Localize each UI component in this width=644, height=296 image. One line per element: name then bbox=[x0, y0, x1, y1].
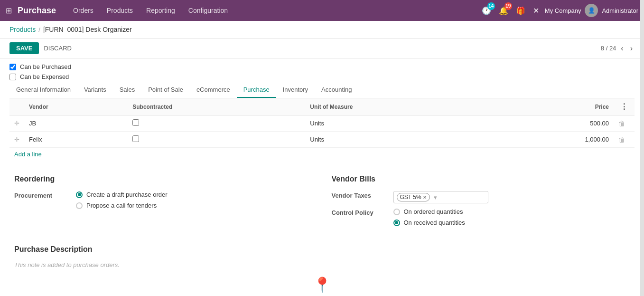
gst-tag-label: GST 5% bbox=[400, 194, 421, 201]
app-title: Purchase bbox=[18, 6, 56, 16]
tab-purchase[interactable]: Purchase bbox=[237, 82, 276, 98]
grid-icon[interactable]: ⊞ bbox=[6, 6, 12, 15]
control-policy-options: On ordered quantities On received quanti… bbox=[393, 208, 465, 226]
col-price: Price bbox=[493, 98, 614, 115]
activity-badge: 14 bbox=[487, 2, 495, 10]
discard-button[interactable]: DISCARD bbox=[39, 42, 76, 54]
tab-general-information[interactable]: General Information bbox=[9, 82, 77, 98]
create-draft-radio[interactable] bbox=[76, 191, 83, 198]
delete-btn-1[interactable]: 🗑 bbox=[618, 120, 625, 127]
call-tenders-radio[interactable] bbox=[76, 202, 83, 209]
checkbox-row: Can be Purchased Can be Expensed bbox=[9, 58, 635, 82]
vendor-taxes-dropdown[interactable]: ▾ bbox=[434, 194, 437, 201]
table-row: ✛ JB Units 500.00 🗑 bbox=[9, 115, 635, 132]
subcontracted-checkbox-2[interactable] bbox=[132, 135, 139, 142]
prev-button[interactable]: ‹ bbox=[619, 43, 625, 54]
notification-btn[interactable]: 🔔 19 bbox=[497, 4, 510, 17]
subcontracted-2 bbox=[128, 132, 305, 148]
subcontracted-checkbox-1[interactable] bbox=[132, 119, 139, 126]
close-btn[interactable]: ✕ bbox=[531, 4, 541, 17]
top-nav: ⊞ Purchase Orders Products Reporting Con… bbox=[0, 0, 644, 21]
avatar[interactable]: 👤 bbox=[585, 4, 598, 17]
notification-badge: 19 bbox=[504, 2, 512, 10]
received-quantities-label: On received quantities bbox=[404, 219, 465, 226]
col-subcontracted: Subcontracted bbox=[128, 98, 305, 115]
add-line-button[interactable]: Add a line bbox=[9, 148, 47, 161]
reordering-section: Reordering Procurement Create a draft pu… bbox=[14, 175, 313, 231]
purchase-description-input[interactable]: This note is added to purchase orders. bbox=[14, 258, 630, 271]
breadcrumb-parent[interactable]: Products bbox=[9, 26, 36, 33]
gst-tag: GST 5% ✕ bbox=[397, 193, 430, 201]
can-be-expensed-field[interactable]: Can be Expensed bbox=[9, 73, 635, 80]
tab-accounting[interactable]: Accounting bbox=[315, 82, 358, 98]
vendor-bills-title: Vendor Bills bbox=[332, 175, 630, 183]
procurement-options: Create a draft purchase order Propose a … bbox=[76, 191, 168, 209]
vendor-taxes-input[interactable]: GST 5% ✕ ▾ bbox=[393, 191, 488, 203]
purchase-description-title: Purchase Description bbox=[14, 245, 630, 254]
app-wrapper: ⊞ Purchase Orders Products Reporting Con… bbox=[0, 0, 644, 296]
drag-handle-2[interactable]: ✛ bbox=[14, 136, 19, 143]
tab-variants[interactable]: Variants bbox=[77, 82, 113, 98]
create-draft-option[interactable]: Create a draft purchase order bbox=[76, 191, 168, 198]
nav-right: 🕐 14 🔔 19 🎁 ✕ My Company 👤 Administrator bbox=[480, 4, 638, 17]
tab-sales[interactable]: Sales bbox=[113, 82, 142, 98]
vendor-taxes-label: Vendor Taxes bbox=[332, 191, 389, 199]
action-bar: SAVE DISCARD 8 / 24 ‹ › bbox=[0, 38, 644, 58]
price-2: 1,000.00 bbox=[493, 132, 614, 148]
delete-btn-2[interactable]: 🗑 bbox=[618, 136, 625, 143]
activity-btn[interactable]: 🕐 14 bbox=[480, 4, 493, 17]
save-button[interactable]: SAVE bbox=[9, 42, 39, 54]
ordered-quantities-radio[interactable] bbox=[393, 209, 400, 215]
sections-row: Reordering Procurement Create a draft pu… bbox=[9, 175, 635, 231]
breadcrumb-separator: / bbox=[38, 26, 40, 33]
table-row: ✛ Felix Units 1,000.00 🗑 bbox=[9, 132, 635, 148]
drag-handle-1[interactable]: ✛ bbox=[14, 120, 19, 127]
next-button[interactable]: › bbox=[628, 43, 635, 54]
ordered-quantities-option[interactable]: On ordered quantities bbox=[393, 208, 465, 215]
control-policy-label: Control Policy bbox=[332, 208, 389, 216]
can-be-expensed-label: Can be Expensed bbox=[20, 73, 69, 80]
received-quantities-option[interactable]: On received quantities bbox=[393, 219, 465, 226]
ordered-quantities-label: On ordered quantities bbox=[404, 208, 463, 215]
tab-point-of-sale[interactable]: Point of Sale bbox=[141, 82, 190, 98]
table-more-icon[interactable]: ⋮ bbox=[618, 101, 630, 113]
subcontracted-1 bbox=[128, 115, 305, 132]
breadcrumb: Products / [FURN_0001] Desk Organizer bbox=[0, 21, 644, 38]
can-be-purchased-checkbox[interactable] bbox=[9, 64, 16, 70]
can-be-expensed-checkbox[interactable] bbox=[9, 74, 16, 80]
main-content: Can be Purchased Can be Expensed General… bbox=[0, 58, 644, 293]
can-be-purchased-field[interactable]: Can be Purchased bbox=[9, 63, 635, 70]
gift-icon: 🎁 bbox=[516, 7, 525, 15]
uom-2: Units bbox=[305, 132, 493, 148]
col-actions: ⋮ bbox=[614, 98, 635, 115]
nav-products[interactable]: Products bbox=[101, 0, 139, 21]
procurement-label: Procurement bbox=[14, 191, 71, 199]
nav-configuration[interactable]: Configuration bbox=[183, 0, 233, 21]
vendor-1[interactable]: JB bbox=[24, 115, 128, 132]
tab-inventory[interactable]: Inventory bbox=[276, 82, 315, 98]
odoo-pin-icon: 📍 bbox=[313, 277, 332, 293]
nav-orders[interactable]: Orders bbox=[67, 0, 99, 21]
col-vendor: Vendor bbox=[24, 98, 128, 115]
call-tenders-option[interactable]: Propose a call for tenders bbox=[76, 202, 168, 209]
col-drag bbox=[9, 98, 24, 115]
gst-tag-close[interactable]: ✕ bbox=[423, 195, 427, 200]
pagination: 8 / 24 ‹ › bbox=[601, 43, 635, 54]
vendor-2[interactable]: Felix bbox=[24, 132, 128, 148]
gift-btn[interactable]: 🎁 bbox=[514, 4, 527, 17]
create-draft-label: Create a draft purchase order bbox=[86, 191, 168, 198]
x-icon: ✕ bbox=[533, 7, 539, 15]
col-unit-of-measure: Unit of Measure bbox=[305, 98, 493, 115]
scrollbar-track[interactable] bbox=[640, 0, 644, 296]
tab-ecommerce[interactable]: eCommerce bbox=[190, 82, 237, 98]
uom-1: Units bbox=[305, 115, 493, 132]
received-quantities-radio[interactable] bbox=[393, 220, 400, 226]
pagination-count: 8 / 24 bbox=[601, 45, 616, 52]
control-policy-field: Control Policy On ordered quantities On … bbox=[332, 208, 630, 226]
tabs: General Information Variants Sales Point… bbox=[9, 82, 635, 98]
company-name[interactable]: My Company bbox=[545, 7, 581, 14]
can-be-purchased-label: Can be Purchased bbox=[20, 63, 71, 70]
nav-reporting[interactable]: Reporting bbox=[140, 0, 181, 21]
price-1: 500.00 bbox=[493, 115, 614, 132]
procurement-field: Procurement Create a draft purchase orde… bbox=[14, 191, 313, 209]
